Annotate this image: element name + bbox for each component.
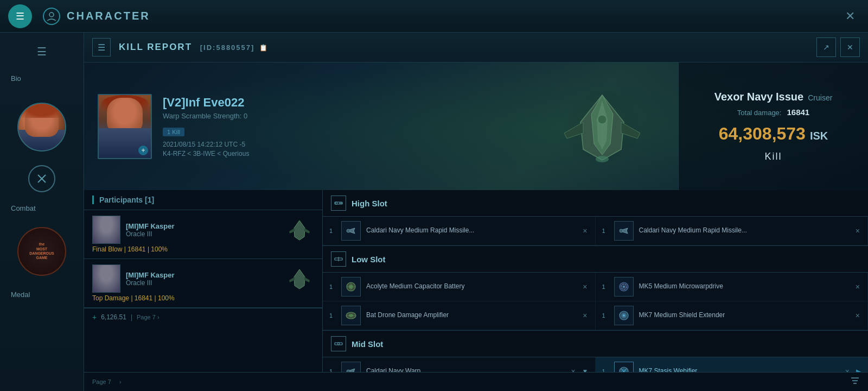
damage-value: 16841	[787, 108, 809, 117]
participants-title: Participants [1]	[92, 195, 154, 204]
bottom-value: 6,126.51	[101, 313, 126, 321]
participant-damage-1: 16841	[127, 245, 145, 253]
sidebar-item-combat[interactable]: Combat	[0, 198, 84, 219]
item-remove-button[interactable]: ×	[582, 281, 588, 292]
drone-icon	[344, 308, 358, 323]
item-remove-button[interactable]: ×	[582, 310, 588, 321]
item-icon	[341, 277, 361, 297]
avatar	[17, 103, 66, 152]
item-row[interactable]: 1 Acolyte Medium Capacitor Battery ×	[323, 273, 596, 301]
damage-row: Total damage: 16841	[737, 108, 809, 117]
sidebar-item-medal[interactable]: Medal	[0, 284, 84, 305]
participant-pct-2: 100%	[158, 294, 175, 302]
dangerous-badge: theMOSTDANGEROUSGAME	[17, 227, 66, 276]
participant-card-1[interactable]: [MI]MF Kasper Oracle III Final Blow |	[84, 210, 322, 259]
mid-slot-header: Mid Slot	[323, 331, 868, 357]
item-name: MK5 Medium Microwarpdrive	[639, 282, 849, 291]
add-icon: +	[92, 313, 97, 321]
item-icon	[341, 221, 361, 241]
item-name: MK7 Medium Shield Extender	[639, 311, 849, 320]
high-slot-name: High Slot	[352, 199, 387, 208]
sidebar-item-bio[interactable]: Bio	[0, 68, 84, 89]
item-name: Caldari Navy Medium Rapid Missile...	[366, 226, 576, 235]
participant-card-2[interactable]: [MI]MF Kasper Oracle III Top Damage |	[84, 259, 322, 308]
pilot-kill-badge: 1 Kill	[163, 128, 184, 136]
item-remove-button[interactable]: ×	[854, 225, 861, 236]
item-row[interactable]: 1 MK5 Medium Microwarpdrive ×	[596, 273, 869, 301]
kr-close-icon: ✕	[847, 43, 853, 52]
top-bar: ☰ CHARACTER ✕	[0, 0, 868, 33]
ship-visual	[542, 73, 662, 182]
person-icon	[46, 11, 57, 22]
item-remove-button[interactable]: ×	[854, 281, 861, 292]
item-name: Caldari Navy Medium Rapid Missile...	[639, 226, 849, 235]
bottom-nav: ›	[119, 379, 122, 385]
sidebar-cross-button[interactable]	[28, 165, 55, 192]
pilot-info: [V2]Inf Eve022 Warp Scramble Strength: 0…	[163, 96, 249, 157]
slot-armor-icon	[334, 254, 343, 264]
sidebar-menu-button[interactable]: ☰	[31, 41, 53, 62]
ship-svg	[553, 79, 651, 176]
kr-close-button[interactable]: ✕	[840, 37, 860, 57]
kr-title-text: KILL REPORT	[119, 42, 192, 52]
pilot-name: [V2]Inf Eve022	[163, 96, 249, 110]
item-row[interactable]: 1 Bat Drone Damage Amplifier ×	[323, 301, 596, 330]
kill-report-title: KILL REPORT [ID:5880557] 📋	[119, 42, 269, 53]
final-blow-label: Final Blow	[92, 245, 122, 253]
mid-slot-icon	[331, 336, 346, 351]
copy-icon[interactable]: 📋	[259, 44, 269, 52]
item-row[interactable]: 1 Caldari Navy Medium Rapid Missile... ×	[596, 217, 869, 245]
participants-header: Participants [1]	[84, 190, 322, 210]
kr-actions: ↗ ✕	[816, 37, 860, 57]
bottom-separator: |	[131, 313, 132, 321]
badge-text: theMOSTDANGEROUSGAME	[29, 242, 54, 261]
svg-point-0	[49, 12, 54, 17]
participant-row-1: [MI]MF Kasper Oracle III	[92, 216, 314, 244]
kr-menu-button[interactable]: ☰	[92, 38, 111, 56]
participant-ship-icon-1	[284, 216, 314, 244]
participant-ship-svg-1	[286, 216, 313, 243]
participant-portrait-1	[92, 216, 120, 244]
participants-bottom-bar: + 6,126.51 | Page 7 ›	[84, 308, 322, 326]
participant-info-1: [MI]MF Kasper Oracle III	[126, 222, 279, 238]
item-qty: 1	[329, 312, 336, 319]
shield-extender-icon	[617, 308, 631, 323]
kr-external-link-button[interactable]: ↗	[816, 37, 836, 57]
item-row[interactable]: 1 MK7 Medium Shield Extender ×	[596, 301, 869, 330]
ship-type: Cruiser	[808, 93, 832, 102]
svg-point-6	[598, 115, 607, 124]
character-icon	[43, 8, 60, 25]
participant-ship-2: Oracle III	[126, 279, 279, 287]
kr-content: Participants [1] [MI]MF Kasper Oracle II…	[84, 190, 868, 391]
high-slot-section: High Slot 1 Caldari Navy Medium Rapid Mi…	[323, 190, 868, 246]
participant-damage-2: 16841	[135, 294, 152, 302]
missile-icon	[344, 224, 358, 238]
hamburger-menu-button[interactable]: ☰	[8, 4, 32, 28]
item-name: Bat Drone Damage Amplifier	[366, 311, 576, 320]
mid-slot-name: Mid Slot	[352, 339, 383, 349]
kill-outcome: Kill	[764, 151, 782, 162]
item-qty: 1	[602, 312, 609, 319]
item-row[interactable]: 1 Caldari Navy Medium Rapid Missile... ×	[323, 217, 596, 245]
item-qty: 1	[329, 283, 336, 290]
participant-portrait-2	[92, 264, 120, 293]
svg-point-25	[623, 314, 625, 317]
items-panel: High Slot 1 Caldari Navy Medium Rapid Mi…	[323, 190, 868, 391]
low-slot-icon	[331, 251, 346, 267]
filter-button[interactable]	[850, 376, 860, 388]
ship-info-panel: Vexor Navy Issue Cruiser Total damage: 1…	[678, 62, 868, 190]
add-pilot-button[interactable]: +	[138, 146, 148, 155]
bottom-info-text: Page 7	[92, 379, 111, 385]
medal-label: Medal	[11, 291, 30, 299]
item-remove-button[interactable]: ×	[854, 310, 861, 321]
ship-name: Vexor Navy Issue	[714, 91, 804, 103]
item-remove-button[interactable]: ×	[582, 225, 588, 236]
isk-label: ISK	[810, 130, 828, 142]
item-icon	[614, 277, 634, 297]
app-close-button[interactable]: ✕	[840, 7, 860, 26]
combat-label: Combat	[11, 204, 36, 212]
app-title-section: CHARACTER	[43, 8, 150, 25]
participant-stats-1: Final Blow | 16841 | 100%	[92, 245, 314, 253]
low-slot-items: 1 Acolyte Medium Capacitor Battery ×	[323, 273, 868, 330]
svg-point-4	[596, 156, 609, 162]
